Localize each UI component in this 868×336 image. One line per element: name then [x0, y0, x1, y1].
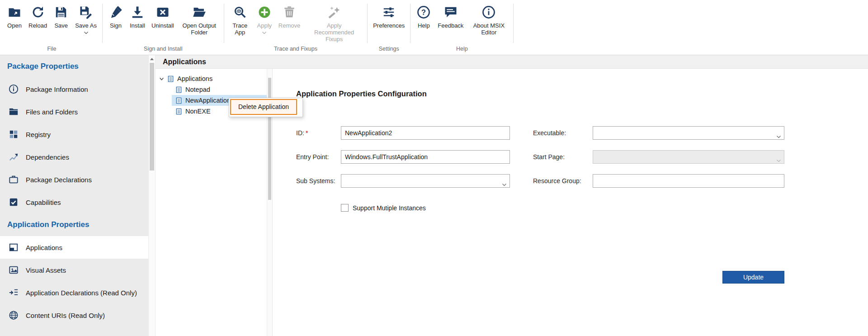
- tree-node-applications-root[interactable]: Applications: [156, 73, 267, 84]
- sidebar-item-files-and-folders[interactable]: Files and Folders: [0, 100, 148, 123]
- sub-systems-label: Sub Systems:: [296, 177, 341, 185]
- apply-recommended-fixups-icon: [326, 5, 342, 20]
- image-icon: [8, 265, 19, 275]
- preferences-button[interactable]: Preferences: [370, 2, 408, 45]
- ribbon-group-label: File: [4, 45, 100, 55]
- ribbon-group-separator: [367, 4, 368, 43]
- sidebar-item-label: Application Declarations (Read Only): [26, 289, 137, 297]
- reload-button[interactable]: Reload: [25, 2, 50, 45]
- ribbon-group-label: Help: [413, 45, 511, 55]
- globe-icon: [8, 310, 19, 321]
- sidebar-item-label: Applications: [26, 244, 62, 251]
- checkbox-box[interactable]: [341, 204, 349, 212]
- open-output-folder-button[interactable]: Open Output Folder: [177, 2, 222, 45]
- ribbon-group-separator: [224, 4, 224, 43]
- about-msix-editor-button[interactable]: About MSIX Editor: [467, 2, 511, 45]
- help-button[interactable]: ? Help: [413, 2, 434, 45]
- button-label: Feedback: [438, 22, 463, 29]
- id-input[interactable]: [341, 126, 510, 140]
- sign-icon: [108, 5, 123, 20]
- context-menu: Delete Application: [229, 98, 303, 117]
- tree-node-notepad[interactable]: Notepad: [156, 84, 267, 95]
- ribbon-group-settings: Preferences Settings: [369, 0, 409, 55]
- dependencies-icon: [8, 152, 19, 162]
- chevron-down-icon: [84, 30, 88, 34]
- apply-icon: [257, 5, 272, 20]
- sidebar-item-label: Dependencies: [26, 153, 69, 161]
- button-label: Open: [7, 22, 22, 29]
- sidebar-item-content-uris[interactable]: Content URIs (Read Only): [0, 304, 148, 327]
- sidebar-item-registry[interactable]: Registry: [0, 123, 148, 146]
- sidebar-item-package-declarations[interactable]: Package Declarations: [0, 168, 148, 191]
- navigation-sidebar: Package Properties Package Information F…: [0, 55, 148, 336]
- button-label: Save As: [75, 22, 97, 29]
- tree-node-label: Notepad: [185, 86, 210, 93]
- tree-node-label: NewApplication2: [185, 97, 234, 104]
- save-button[interactable]: Save: [50, 2, 72, 45]
- chevron-expanded-icon[interactable]: [159, 76, 164, 81]
- ribbon-group-separator: [410, 4, 410, 43]
- tree-node-label: NonEXE: [185, 108, 211, 115]
- save-icon: [53, 5, 69, 20]
- sidebar-item-visual-assets[interactable]: Visual Assets: [0, 259, 148, 281]
- save-as-button[interactable]: Save As: [72, 2, 100, 45]
- sidebar-item-label: Content URIs (Read Only): [26, 312, 105, 319]
- help-icon: ?: [416, 5, 431, 20]
- sidebar-item-label: Package Information: [26, 85, 88, 93]
- page-title: Applications: [156, 55, 868, 69]
- tree-node-label: Applications: [177, 75, 212, 82]
- remove-button: Remove: [275, 2, 303, 45]
- id-label: ID:*: [296, 129, 341, 137]
- entry-point-input[interactable]: [341, 150, 510, 164]
- chevron-down-icon: [777, 132, 781, 139]
- update-button[interactable]: Update: [722, 271, 784, 284]
- document-icon: [175, 108, 182, 115]
- sign-button[interactable]: Sign: [105, 2, 127, 45]
- form-title: Application Properties Configuration: [296, 90, 427, 98]
- executable-combobox[interactable]: [593, 126, 784, 140]
- info-circle-icon: [8, 84, 19, 95]
- ribbon-group-separator: [102, 4, 103, 43]
- support-multiple-instances-checkbox[interactable]: Support Mutiple Instances: [341, 204, 426, 212]
- resource-group-input[interactable]: [593, 174, 784, 188]
- open-output-folder-icon: [192, 5, 207, 20]
- scrollbar-thumb[interactable]: [268, 78, 271, 200]
- button-label: Save: [54, 22, 68, 29]
- application-properties-panel: Application Properties Configuration ID:…: [273, 69, 868, 336]
- ribbon-group-separator: [513, 4, 514, 43]
- install-button[interactable]: Install: [127, 2, 148, 45]
- button-label: Help: [418, 22, 430, 29]
- button-label: Apply Recommended Fixups: [307, 22, 362, 43]
- sidebar-item-label: Registry: [26, 131, 51, 138]
- registry-icon: [8, 129, 19, 140]
- sidebar-item-label: Capabilities: [26, 199, 61, 206]
- button-label: Apply: [257, 22, 272, 29]
- button-label: Open Output Folder: [180, 22, 218, 36]
- ribbon-group-file: Open Reload Save Save As File: [3, 0, 101, 55]
- checkbox-check-icon: [8, 197, 19, 208]
- delete-application-menu-item[interactable]: Delete Application: [230, 99, 297, 115]
- sidebar-item-package-information[interactable]: Package Information: [0, 78, 148, 100]
- feedback-button[interactable]: Feedback: [434, 2, 467, 45]
- ribbon-group-trace-fixups: Trace App Apply Remove Apply Recommended…: [226, 0, 366, 55]
- sidebar-item-dependencies[interactable]: Dependencies: [0, 146, 148, 168]
- button-label: About MSIX Editor: [470, 22, 508, 36]
- ribbon-group-label: Sign and Install: [105, 45, 222, 55]
- sidebar-item-applications[interactable]: Applications: [0, 236, 148, 259]
- sidebar-item-capabilities[interactable]: Capabilities: [0, 191, 148, 213]
- scrollbar-thumb[interactable]: [150, 63, 154, 170]
- button-label: Remove: [278, 22, 300, 29]
- uninstall-button[interactable]: Uninstall: [148, 2, 177, 45]
- trace-app-button[interactable]: Trace App: [226, 2, 254, 45]
- button-label: Sign: [110, 22, 122, 29]
- button-label: Reload: [28, 22, 47, 29]
- sub-systems-combobox[interactable]: [341, 174, 510, 188]
- start-page-label: Start Page:: [510, 153, 593, 161]
- ribbon-group-label: Settings: [370, 45, 408, 55]
- chevron-down-icon: [777, 156, 781, 163]
- sidebar-item-application-declarations[interactable]: Application Declarations (Read Only): [0, 281, 148, 304]
- sidebar-scrollbar[interactable]: [148, 55, 156, 336]
- reload-icon: [30, 5, 46, 20]
- open-button[interactable]: Open: [4, 2, 25, 45]
- scrollbar-up-arrow-icon[interactable]: [149, 55, 155, 62]
